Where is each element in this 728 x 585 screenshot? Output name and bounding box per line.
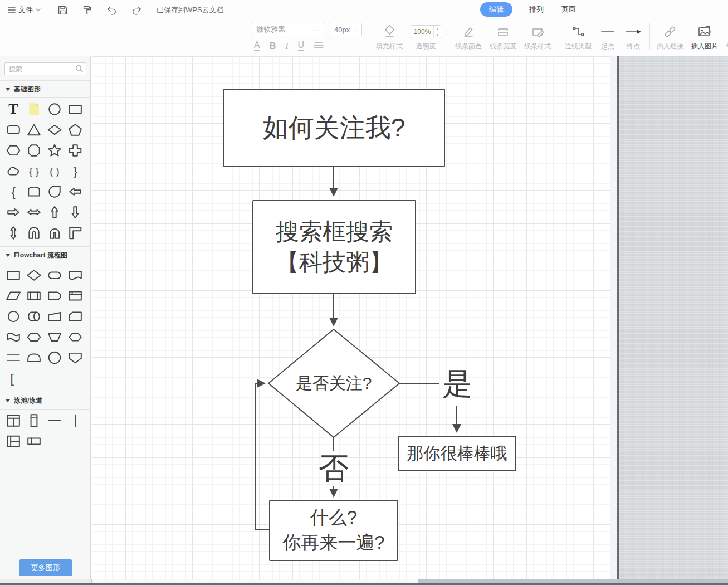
line-width-button[interactable]: 线条宽度: [490, 23, 516, 51]
shape-pool-horizontal-icon[interactable]: [4, 433, 22, 449]
tab-edit[interactable]: 编辑: [480, 2, 512, 17]
shape-alternate-process-icon[interactable]: [25, 350, 43, 365]
underline-button[interactable]: U: [298, 41, 305, 51]
shape-parallel-lines-icon[interactable]: [4, 350, 22, 365]
section-header-0[interactable]: 基础图形: [0, 81, 90, 98]
opacity-spinner[interactable]: 100% ▲▼: [411, 25, 441, 38]
shape-direct-access-storage-icon[interactable]: [25, 309, 43, 324]
shape-parentheses-icon[interactable]: ( ): [46, 163, 63, 179]
shape-internal-storage-icon[interactable]: [66, 288, 84, 304]
node-praise[interactable]: 那你很棒棒哦: [398, 436, 516, 471]
shape-diamond-icon[interactable]: [46, 122, 63, 138]
start-point-button[interactable]: 起点: [599, 23, 616, 51]
shape-cloud-icon[interactable]: [4, 163, 22, 179]
shape-sticky-note-icon[interactable]: [25, 101, 43, 117]
edge-label-no[interactable]: 否: [314, 450, 354, 488]
node-retry[interactable]: 什么? 你再来一遍?: [269, 500, 398, 561]
drawing-canvas[interactable]: 如何关注我? 搜索框搜索 【科技粥】 是否关注? 是 那你很棒棒哦 否 什么? …: [92, 56, 610, 579]
node-decision-label[interactable]: 是否关注?: [268, 367, 399, 400]
connector-type-button[interactable]: 连线类型: [565, 23, 592, 51]
edge-label-yes[interactable]: 是: [437, 365, 477, 403]
shape-document-icon[interactable]: [66, 267, 84, 283]
shape-paper-tape-icon[interactable]: [4, 329, 22, 345]
bold-button[interactable]: B: [270, 42, 276, 51]
shape-connector-large-icon[interactable]: [46, 350, 63, 365]
shape-predefined-process-icon[interactable]: [25, 288, 43, 304]
shape-rectangle-icon[interactable]: [66, 101, 84, 117]
more-shapes-button[interactable]: 更多图形: [19, 559, 72, 576]
align-button[interactable]: [314, 42, 324, 51]
shape-pool-vertical-icon[interactable]: [4, 413, 22, 428]
shape-right-brace-icon[interactable]: }: [66, 163, 84, 179]
shape-card-icon[interactable]: [66, 309, 84, 324]
insert-link-button[interactable]: 插入链接: [657, 23, 683, 51]
line-style-button[interactable]: 线条样式: [524, 23, 551, 51]
shape-process-icon[interactable]: [4, 267, 22, 283]
shape-connector-icon[interactable]: [4, 309, 22, 324]
shape-rounded-rectangle-icon[interactable]: [4, 122, 22, 138]
shape-circle-icon[interactable]: [46, 101, 63, 117]
shape-u-turn-icon[interactable]: [25, 225, 43, 241]
font-size-select[interactable]: 40px ···: [330, 23, 362, 36]
shape-data-icon[interactable]: [4, 288, 22, 304]
redo-button[interactable]: [131, 6, 142, 15]
shape-manual-operation-icon[interactable]: [46, 329, 63, 345]
end-point-button[interactable]: 终点: [624, 23, 643, 51]
italic-button[interactable]: I: [285, 42, 288, 51]
shape-arrow-right-icon[interactable]: [4, 204, 22, 220]
undo-button[interactable]: [106, 6, 117, 15]
shape-off-page-connector-icon[interactable]: [66, 350, 84, 365]
font-family-select[interactable]: 微软雅黑 ···: [252, 23, 325, 36]
shape-preparation-icon[interactable]: [25, 329, 43, 345]
shape-teardrop-icon[interactable]: [46, 184, 63, 199]
shape-lane-horizontal-icon[interactable]: [25, 433, 43, 449]
shape-arch-rectangle-icon[interactable]: [25, 184, 43, 199]
fill-style-button[interactable]: 填充样式: [376, 23, 403, 51]
opacity-up-icon[interactable]: ▲: [434, 26, 441, 32]
line-color-button[interactable]: 线条颜色: [455, 23, 482, 51]
shape-left-bracket-icon[interactable]: [: [4, 370, 22, 386]
shape-lane-vertical-icon[interactable]: [25, 413, 43, 428]
node-start[interactable]: 如何关注我?: [223, 89, 445, 167]
shape-arrow-up-icon[interactable]: [46, 204, 63, 220]
opacity-control[interactable]: 100% ▲▼ 透明度: [411, 23, 441, 51]
section-header-1[interactable]: Flowchart 流程图: [0, 247, 90, 264]
shape-arrow-double-vertical-icon[interactable]: [4, 225, 22, 241]
shape-hexagon-alt-icon[interactable]: [66, 329, 84, 345]
file-menu[interactable]: 文件: [8, 5, 41, 15]
shape-terminator-icon[interactable]: [46, 267, 63, 283]
format-painter-button[interactable]: [82, 5, 92, 16]
shape-arrow-down-icon[interactable]: [66, 204, 84, 220]
search-input[interactable]: [4, 62, 86, 75]
edge-retry-loop-to-decision[interactable]: [255, 383, 269, 530]
shape-octagon-icon[interactable]: [25, 143, 43, 158]
opacity-down-icon[interactable]: ▼: [434, 32, 441, 38]
font-color-button[interactable]: A: [254, 41, 260, 51]
shape-pentagon-icon[interactable]: [66, 122, 84, 138]
tab-arrange[interactable]: 排列: [528, 2, 545, 17]
vertical-scrollbar[interactable]: [610, 56, 617, 579]
shape-cross-icon[interactable]: [66, 143, 84, 158]
group-button[interactable]: 组合: [726, 23, 728, 51]
shape-decision-icon[interactable]: [25, 267, 43, 283]
node-search[interactable]: 搜索框搜索 【科技粥】: [252, 200, 416, 294]
shape-corner-icon[interactable]: [66, 225, 84, 241]
shape-hexagon-icon[interactable]: [4, 143, 22, 158]
shape-n-shape-icon[interactable]: [46, 225, 63, 241]
shape-delay-icon[interactable]: [46, 288, 63, 304]
shape-star-icon[interactable]: [46, 143, 63, 158]
shape-left-brace-icon[interactable]: {: [4, 184, 22, 199]
save-button[interactable]: [57, 5, 68, 16]
shape-text-icon[interactable]: T: [4, 101, 22, 117]
section-header-2[interactable]: 泳池/泳道: [0, 392, 90, 409]
search-icon[interactable]: [75, 65, 83, 75]
tab-page[interactable]: 页面: [560, 2, 577, 17]
shape-divider-horizontal-icon[interactable]: [46, 413, 63, 428]
shape-divider-vertical-icon[interactable]: [66, 413, 84, 428]
insert-image-button[interactable]: 插入图片: [691, 23, 718, 51]
shape-arrow-double-horizontal-icon[interactable]: [25, 204, 43, 220]
shape-arrow-left-icon[interactable]: [66, 184, 84, 199]
shape-braces-icon[interactable]: { }: [25, 163, 43, 179]
shape-triangle-icon[interactable]: [25, 122, 43, 138]
shape-manual-input-icon[interactable]: [46, 309, 63, 324]
